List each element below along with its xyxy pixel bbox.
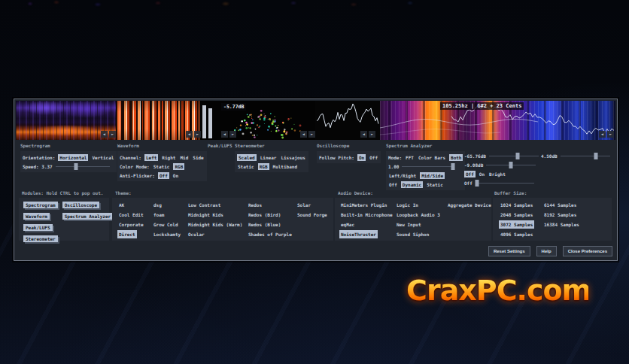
buffer-size-item[interactable]: 8192 Samples bbox=[542, 210, 578, 220]
buffer-size-item[interactable]: 2048 Samples bbox=[499, 210, 534, 220]
channel-mid-option[interactable]: Mid bbox=[179, 154, 189, 161]
module-peak-lufs[interactable]: Peak/LUFS bbox=[23, 224, 53, 231]
spectrum-fill-off-option[interactable]: Off bbox=[388, 181, 398, 188]
stereo-multiband-option[interactable]: Multiband bbox=[272, 163, 299, 170]
orientation-vertical-option[interactable]: Vertical bbox=[91, 154, 114, 161]
theme-item[interactable]: Cool Edit bbox=[117, 210, 145, 220]
spectrum-mode-colorbars-option[interactable]: Color Bars bbox=[418, 154, 446, 161]
spectrum-fill-dynamic-option[interactable]: Dynamic bbox=[401, 181, 423, 188]
audio-device-item[interactable]: New Input bbox=[395, 220, 423, 229]
audio-device-item[interactable]: Sound Siphon bbox=[395, 229, 430, 239]
stereo-static-option[interactable]: Static bbox=[237, 163, 255, 170]
next-arrow-icon[interactable] bbox=[308, 131, 315, 138]
spectrum-analyzer-settings-panel: Mode: FFT Color Bars Both 1.00 Left/Righ… bbox=[386, 151, 465, 190]
buffer-size-item[interactable]: 1024 Samples bbox=[499, 200, 534, 210]
max-db-slider[interactable] bbox=[486, 162, 536, 168]
audio-device-item[interactable]: eqMac bbox=[339, 220, 356, 229]
stereo-lissajous-option[interactable]: Lissajous bbox=[280, 154, 306, 161]
prev-arrow-icon[interactable] bbox=[186, 131, 193, 138]
audio-device-item[interactable]: MiniMeters Plugin bbox=[339, 200, 388, 210]
grid-off-option[interactable]: Off bbox=[464, 171, 476, 177]
follow-pitch-off-option[interactable]: Off bbox=[369, 154, 378, 161]
prev-arrow-icon[interactable] bbox=[221, 131, 228, 138]
slider-thumb[interactable] bbox=[451, 163, 454, 170]
audio-device-item[interactable]: Loopback Audio 3 bbox=[395, 210, 442, 220]
slider-thumb[interactable] bbox=[594, 153, 598, 159]
orientation-horizontal-option[interactable]: Horizontal bbox=[58, 154, 88, 161]
prev-arrow-icon[interactable] bbox=[599, 131, 606, 138]
slope-slider[interactable] bbox=[561, 153, 610, 159]
module-stereometer[interactable]: Stereometer bbox=[23, 235, 58, 242]
speed-slider[interactable] bbox=[56, 163, 110, 170]
channel-label: Channel: bbox=[120, 155, 141, 160]
buffer-size-item-selected[interactable]: 3072 Samples bbox=[499, 220, 534, 229]
spectrum-mode-fft-option[interactable]: FFT bbox=[405, 154, 415, 161]
stereo-scaled-option[interactable]: Scaled bbox=[237, 154, 257, 161]
anti-flicker-on-option[interactable]: On bbox=[172, 172, 179, 179]
grid-on-option[interactable]: On bbox=[479, 171, 485, 177]
theme-item[interactable]: Shades of Purple bbox=[247, 229, 293, 239]
theme-item[interactable]: Lockshamty bbox=[152, 229, 182, 239]
theme-item[interactable]: Grow Cold bbox=[152, 220, 180, 229]
audio-device-item[interactable]: Built-in Microphone bbox=[339, 210, 394, 220]
theme-item[interactable]: Redos (Blue) bbox=[247, 220, 282, 229]
slider-thumb[interactable] bbox=[515, 153, 519, 159]
buffer-size-item[interactable]: 6144 Samples bbox=[542, 200, 578, 210]
module-waveform[interactable]: Waveform bbox=[23, 213, 50, 220]
theme-item[interactable]: AK bbox=[117, 200, 126, 210]
follow-pitch-on-option[interactable]: On bbox=[357, 154, 366, 161]
color-mode-static-option[interactable]: Static bbox=[153, 163, 171, 170]
prev-arrow-icon[interactable] bbox=[360, 131, 367, 138]
next-arrow-icon[interactable] bbox=[109, 131, 116, 138]
buffer-size-item[interactable]: 4096 Samples bbox=[499, 229, 534, 239]
channel-left-option[interactable]: Left bbox=[144, 154, 158, 161]
anti-flicker-off-option[interactable]: Off bbox=[158, 172, 169, 179]
slider-thumb[interactable] bbox=[509, 162, 512, 168]
spectrum-midside-option[interactable]: Mid/Side bbox=[420, 172, 445, 179]
next-arrow-icon[interactable] bbox=[369, 131, 375, 138]
theme-item[interactable]: Ocular bbox=[187, 229, 206, 239]
theme-item[interactable]: Sound Forge bbox=[296, 210, 329, 220]
close-preferences-button[interactable]: Close Preferences bbox=[563, 246, 612, 256]
channel-right-option[interactable]: Right bbox=[161, 154, 176, 161]
theme-item[interactable]: Midnight Kids bbox=[187, 210, 225, 220]
spectrum-leftright-option[interactable]: Left/Right bbox=[388, 172, 417, 179]
module-oscilloscope[interactable]: Oscilloscope bbox=[62, 202, 99, 208]
audio-device-item[interactable]: Logic In bbox=[395, 200, 420, 210]
stereo-rgb-option[interactable]: RGB bbox=[258, 163, 269, 170]
theme-item[interactable]: Low Contrast bbox=[187, 200, 222, 210]
spectrum-mode-both-option[interactable]: Both bbox=[449, 154, 463, 161]
channel-side-option[interactable]: Side bbox=[192, 154, 204, 161]
theme-item[interactable]: Redos (Bird) bbox=[247, 210, 282, 220]
buffer-size-item[interactable]: 16384 Samples bbox=[542, 220, 581, 229]
slider-thumb[interactable] bbox=[476, 180, 479, 187]
grid-bright-option[interactable]: Bright bbox=[488, 171, 506, 177]
theme-item[interactable]: Solar bbox=[296, 200, 312, 210]
min-db-slider[interactable] bbox=[489, 153, 539, 159]
module-spectrogram[interactable]: Spectrogram bbox=[23, 202, 58, 208]
freeze-slider[interactable] bbox=[476, 180, 534, 187]
slider-thumb[interactable] bbox=[74, 163, 78, 170]
next-arrow-icon[interactable] bbox=[229, 131, 236, 138]
next-arrow-icon[interactable] bbox=[194, 131, 201, 138]
audio-device-item-selected[interactable]: NoiseThruster bbox=[339, 230, 378, 238]
theme-item-selected[interactable]: Direct bbox=[117, 230, 137, 238]
color-mode-rgb-option[interactable]: RGB bbox=[173, 163, 184, 170]
audio-device-item[interactable]: Aggregate Device bbox=[446, 200, 493, 210]
prev-arrow-icon[interactable] bbox=[300, 131, 307, 138]
theme-item[interactable]: foam bbox=[152, 210, 166, 220]
spectrum-fill-static-option[interactable]: Static bbox=[426, 181, 444, 188]
next-arrow-icon[interactable] bbox=[607, 131, 614, 138]
theme-item[interactable]: Redos bbox=[247, 200, 263, 210]
smoothing-slider[interactable] bbox=[402, 163, 454, 170]
theme-item[interactable]: dsg bbox=[152, 200, 163, 210]
theme-item[interactable]: Midnight Kids (Warm) bbox=[187, 220, 244, 229]
theme-item[interactable]: Corporate bbox=[117, 220, 145, 229]
oscilloscope-settings: Oscilloscope Follow Pitch: On Off bbox=[317, 143, 381, 163]
reset-settings-button[interactable]: Reset Settings bbox=[488, 246, 530, 256]
module-spectrum-analyzer[interactable]: Spectrum Analyzer bbox=[62, 213, 113, 220]
buffer-size-title: Buffer Size: bbox=[494, 190, 527, 196]
stereo-linear-option[interactable]: Linear bbox=[260, 154, 278, 161]
help-button[interactable]: Help bbox=[536, 246, 557, 256]
prev-arrow-icon[interactable] bbox=[101, 131, 108, 138]
